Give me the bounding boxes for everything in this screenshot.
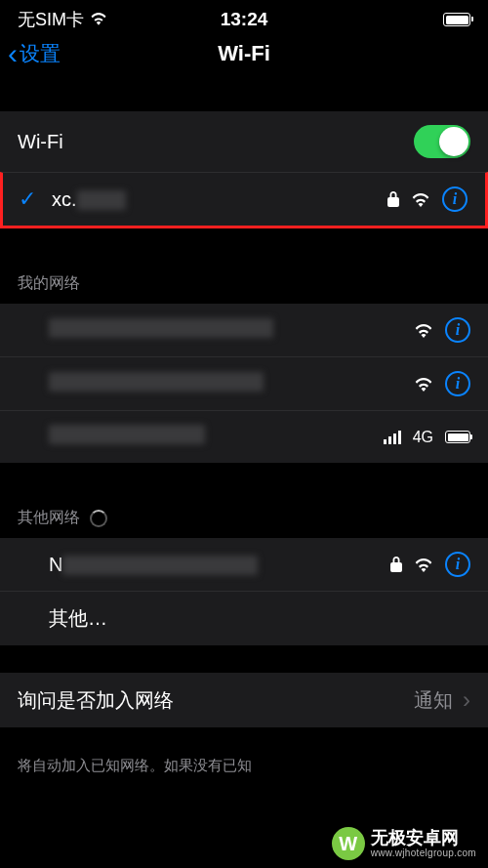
other-network-label: 其他…: [49, 605, 470, 632]
back-button[interactable]: ‹ 设置: [8, 39, 61, 68]
watermark: W 无极安卓网 www.wjhotelgroup.com: [332, 827, 476, 860]
watermark-url: www.wjhotelgroup.com: [371, 847, 476, 858]
ask-join-value: 通知: [414, 687, 453, 714]
wifi-main-group: Wi-Fi ✓ xc. i: [0, 111, 488, 228]
watermark-logo: W: [332, 827, 365, 860]
wifi-signal-icon: [411, 192, 430, 207]
cellular-bars-icon: [384, 431, 401, 444]
other-networks-group: N i 其他…: [0, 538, 488, 645]
ask-join-label: 询问是否加入网络: [18, 687, 414, 714]
loading-spinner-icon: [90, 510, 107, 527]
clock: 13:24: [221, 9, 268, 30]
info-icon[interactable]: i: [445, 552, 470, 577]
connected-ssid: xc.: [52, 188, 387, 211]
network-row[interactable]: N i: [0, 538, 488, 591]
other-network-option[interactable]: 其他…: [0, 591, 488, 645]
wifi-toggle-label: Wi-Fi: [18, 131, 414, 153]
page-title: Wi-Fi: [218, 41, 270, 66]
network-ssid: [49, 425, 384, 449]
nav-bar: ‹ 设置 Wi-Fi: [0, 35, 488, 80]
ask-join-footer: 将自动加入已知网络。如果没有已知: [0, 745, 488, 775]
lock-icon: [390, 557, 402, 572]
hotspot-battery-icon: [445, 431, 470, 443]
back-label: 设置: [20, 40, 61, 67]
carrier-label: 无SIM卡: [18, 8, 84, 31]
network-ssid: [49, 318, 414, 343]
wifi-signal-icon: [414, 558, 433, 572]
info-icon[interactable]: i: [445, 317, 470, 343]
info-icon[interactable]: i: [442, 186, 468, 212]
wifi-signal-icon: [414, 323, 433, 338]
battery-icon: [443, 13, 470, 26]
network-row[interactable]: i: [0, 356, 488, 410]
cellular-label: 4G: [413, 429, 433, 446]
network-ssid: [49, 372, 414, 396]
wifi-status-icon: [90, 10, 107, 30]
wifi-signal-icon: [414, 377, 433, 392]
wifi-toggle-row: Wi-Fi: [0, 111, 488, 172]
network-row[interactable]: 4G: [0, 410, 488, 463]
lock-icon: [387, 191, 399, 207]
other-networks-header: 其他网络: [0, 480, 488, 538]
network-row[interactable]: i: [0, 304, 488, 356]
chevron-right-icon: ›: [463, 686, 470, 714]
my-networks-group: i i 4G: [0, 304, 488, 463]
checkmark-icon: ✓: [19, 186, 36, 212]
ask-join-row[interactable]: 询问是否加入网络 通知 ›: [0, 673, 488, 727]
wifi-toggle[interactable]: [414, 125, 470, 158]
chevron-left-icon: ‹: [8, 39, 18, 68]
watermark-name: 无极安卓网: [371, 829, 476, 848]
network-ssid: N: [49, 554, 390, 576]
status-bar: 无SIM卡 13:24: [0, 0, 488, 35]
info-icon[interactable]: i: [445, 371, 470, 396]
ask-join-group: 询问是否加入网络 通知 ›: [0, 673, 488, 727]
connected-network-row[interactable]: ✓ xc. i: [0, 172, 488, 228]
my-networks-header: 我的网络: [0, 246, 488, 304]
